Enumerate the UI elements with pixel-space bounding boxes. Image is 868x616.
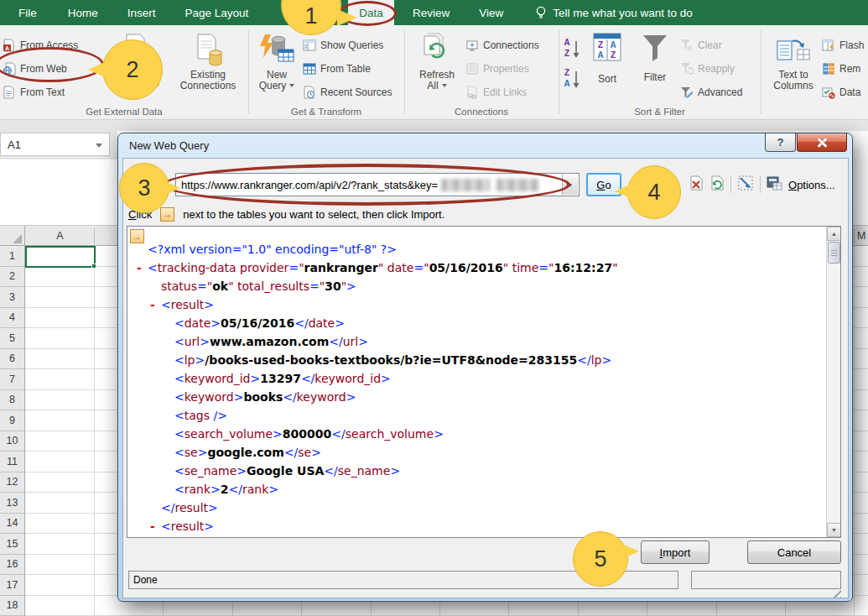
show-queries-icon <box>302 38 317 53</box>
xml-line: <?xml version="1.0" encoding="utf-8" ?> <box>127 240 826 258</box>
tell-me[interactable]: Tell me what you want to do <box>535 0 693 25</box>
svg-text:Z: Z <box>611 50 616 60</box>
toolbar-separator <box>760 176 761 193</box>
filter-button[interactable]: Filter <box>634 30 676 117</box>
tab-review[interactable]: Review <box>402 0 460 25</box>
svg-text:Z: Z <box>564 68 569 77</box>
vertical-scrollbar[interactable]: ▲ ▼ <box>826 227 840 537</box>
connections-button[interactable]: Connections <box>465 35 565 55</box>
import-button[interactable]: Import <box>641 540 709 564</box>
flash-fill-label: Flash <box>839 39 864 51</box>
address-combo[interactable]: https://www.rankranger.com/api/v2/?rank_… <box>175 173 580 196</box>
existing-connections-button[interactable]: Existing Connections <box>171 30 245 117</box>
new-query-button[interactable]: New Query <box>253 30 300 117</box>
save-query-button[interactable] <box>767 176 782 194</box>
edit-links-button[interactable]: Edit Links <box>465 82 565 102</box>
sort-ascending-button[interactable]: AZ <box>562 35 585 62</box>
stop-button[interactable] <box>689 175 704 194</box>
name-box[interactable]: A1 <box>0 133 110 156</box>
help-button[interactable]: ? <box>765 133 796 152</box>
access-file-icon: A <box>2 38 17 53</box>
connections-label: Connections <box>483 39 539 51</box>
refresh-all-icon <box>411 33 463 70</box>
stop-icon <box>689 175 704 191</box>
xml-line: <date>05/16/2016</date> <box>127 535 826 538</box>
text-to-columns-icon <box>767 33 819 70</box>
fill-handle[interactable] <box>91 264 96 269</box>
from-table-label: From Table <box>320 63 371 75</box>
refresh-icon <box>709 175 725 191</box>
tab-home[interactable]: Home <box>57 0 109 25</box>
refresh-all-button[interactable]: Refresh All <box>411 30 463 117</box>
cancel-button[interactable]: Cancel <box>747 540 841 564</box>
remove-duplicates-button[interactable]: Rem <box>821 59 868 79</box>
xml-line: <rank>2</rank> <box>127 480 826 499</box>
data-validation-label: Data <box>839 86 860 98</box>
scroll-up-icon: ▲ <box>831 231 837 237</box>
recent-sources-button[interactable]: Recent Sources <box>302 82 403 102</box>
table-select-arrow-button[interactable]: → <box>130 229 144 243</box>
options-button[interactable]: Options... <box>788 179 835 191</box>
grid-line <box>94 246 95 616</box>
dropdown-caret-icon <box>289 84 294 87</box>
from-web-label: From Web <box>20 63 67 75</box>
toggle-formatting-icon <box>737 175 754 191</box>
instruction-row: Click → next to the tables you want to s… <box>128 206 444 222</box>
scroll-down-icon: ▼ <box>831 527 837 533</box>
data-validation-button[interactable]: Data <box>821 82 868 102</box>
scroll-down-button[interactable]: ▼ <box>827 523 841 537</box>
xml-line: <se_name>Google USA</se_name> <box>127 462 826 480</box>
dropdown-arrow-icon: ▼ <box>568 182 574 188</box>
group-label-sort-filter: Sort & Filter <box>559 107 761 117</box>
from-access-button[interactable]: A From Access <box>2 35 102 55</box>
show-queries-button[interactable]: Show Queries <box>302 35 403 55</box>
from-text-button[interactable]: From Text <box>2 82 102 102</box>
text-to-columns-button[interactable]: Text to Columns <box>767 30 819 117</box>
scrollbar-thumb[interactable] <box>828 242 840 264</box>
svg-text:A: A <box>564 79 569 88</box>
xml-line: <se>google.com</se> <box>127 443 826 462</box>
tab-file[interactable]: File <box>6 0 49 25</box>
column-header-m[interactable]: M <box>857 226 868 246</box>
sort-button[interactable]: ZAAZ Sort <box>587 30 627 117</box>
tell-me-label: Tell me what you want to do <box>553 7 693 19</box>
name-box-dropdown-icon[interactable] <box>96 144 102 148</box>
refresh-button[interactable] <box>709 175 725 194</box>
tab-page-layout[interactable]: Page Layout <box>174 0 260 25</box>
xml-line: <keyword>books</keyword> <box>127 388 826 406</box>
recent-sources-label: Recent Sources <box>320 86 392 98</box>
column-header-a[interactable]: A <box>25 226 95 246</box>
properties-button[interactable]: Properties <box>465 59 565 79</box>
from-table-button[interactable]: From Table <box>302 59 403 79</box>
svg-text:A: A <box>5 45 9 51</box>
remove-duplicates-icon <box>821 61 836 76</box>
dropdown-caret-icon <box>442 84 447 87</box>
text-to-columns-label-1: Text to <box>767 70 819 81</box>
data-validation-icon <box>821 85 836 100</box>
connections-icon <box>465 38 480 53</box>
tab-view[interactable]: View <box>468 0 514 25</box>
close-button[interactable] <box>797 133 847 152</box>
clear-filter-button[interactable]: Clear <box>679 35 759 55</box>
status-text: Done <box>133 574 158 586</box>
scroll-up-button[interactable]: ▲ <box>827 227 841 241</box>
sort-az-icon: AZ <box>564 36 584 61</box>
url-value: https://www.rankranger.com/api/v2/?rank_… <box>176 179 438 191</box>
text-file-icon <box>2 85 17 100</box>
from-web-button[interactable]: From Web <box>2 59 102 79</box>
tab-insert[interactable]: Insert <box>117 0 167 25</box>
flash-fill-button[interactable]: Flash <box>821 35 868 55</box>
text-to-columns-label-2: Columns <box>767 81 819 91</box>
address-dropdown-button[interactable]: ▼ <box>562 175 578 195</box>
reapply-filter-button[interactable]: Reapply <box>679 59 759 79</box>
globe-icon <box>2 61 17 76</box>
dialog-toolbar: Options... <box>689 175 835 195</box>
sort-descending-button[interactable]: ZA <box>562 65 585 92</box>
selected-cell-a1[interactable] <box>25 246 96 268</box>
toolbar-separator <box>730 176 731 193</box>
toggle-formatting-button[interactable] <box>737 175 754 195</box>
group-sort-filter: AZ ZA ZAAZ Sort Filter Cle <box>559 25 761 119</box>
filter-funnel-icon <box>634 33 676 66</box>
advanced-filter-button[interactable]: Advanced <box>679 82 759 102</box>
select-all-button[interactable] <box>0 226 25 246</box>
